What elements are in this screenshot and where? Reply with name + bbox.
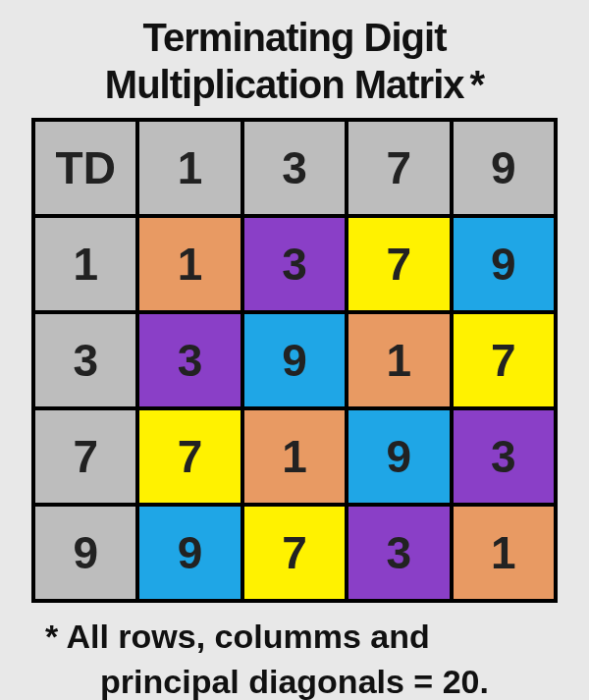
matrix-cell: 9 <box>347 408 451 505</box>
footnote: * All rows, columms and principal diagon… <box>37 615 552 700</box>
corner-cell: TD <box>33 120 137 216</box>
matrix-cell: 7 <box>242 505 347 601</box>
matrix-cell: 3 <box>452 408 556 505</box>
row-header: 1 <box>33 216 137 312</box>
matrix-cell: 7 <box>137 408 241 505</box>
table-row: 3 3 9 1 7 <box>33 312 556 408</box>
matrix-cell: 7 <box>347 216 451 312</box>
matrix-cell: 3 <box>137 312 241 408</box>
matrix-cell: 1 <box>242 408 347 505</box>
card-title: Terminating Digit Multiplication Matrix* <box>31 14 558 108</box>
title-line-1: Terminating Digit <box>31 14 558 61</box>
matrix-cell: 9 <box>452 216 556 312</box>
row-header: 9 <box>33 505 137 601</box>
matrix-cell: 1 <box>347 312 451 408</box>
matrix-cell: 7 <box>452 312 556 408</box>
multiplication-matrix: TD 1 3 7 9 1 1 3 7 9 3 3 9 1 7 7 7 1 9 3 <box>31 118 558 603</box>
title-line-2-text: Multiplication Matrix <box>105 63 464 106</box>
table-row: 7 7 1 9 3 <box>33 408 556 505</box>
matrix-cell: 9 <box>137 505 241 601</box>
matrix-cell: 9 <box>242 312 347 408</box>
footnote-line-1: * All rows, columms and <box>37 615 552 660</box>
row-header: 7 <box>33 408 137 505</box>
title-line-2: Multiplication Matrix* <box>31 61 558 108</box>
header-row: TD 1 3 7 9 <box>33 120 556 216</box>
col-header: 9 <box>452 120 556 216</box>
matrix-cell: 1 <box>452 505 556 601</box>
table-row: 9 9 7 3 1 <box>33 505 556 601</box>
col-header: 7 <box>347 120 451 216</box>
matrix-card: Terminating Digit Multiplication Matrix*… <box>20 0 569 700</box>
col-header: 1 <box>137 120 241 216</box>
matrix-cell: 3 <box>347 505 451 601</box>
matrix-cell: 1 <box>137 216 241 312</box>
footnote-line-2: principal diagonals = 20. <box>37 660 552 700</box>
matrix-cell: 3 <box>242 216 347 312</box>
table-row: 1 1 3 7 9 <box>33 216 556 312</box>
title-asterisk: * <box>470 63 485 106</box>
col-header: 3 <box>242 120 347 216</box>
row-header: 3 <box>33 312 137 408</box>
